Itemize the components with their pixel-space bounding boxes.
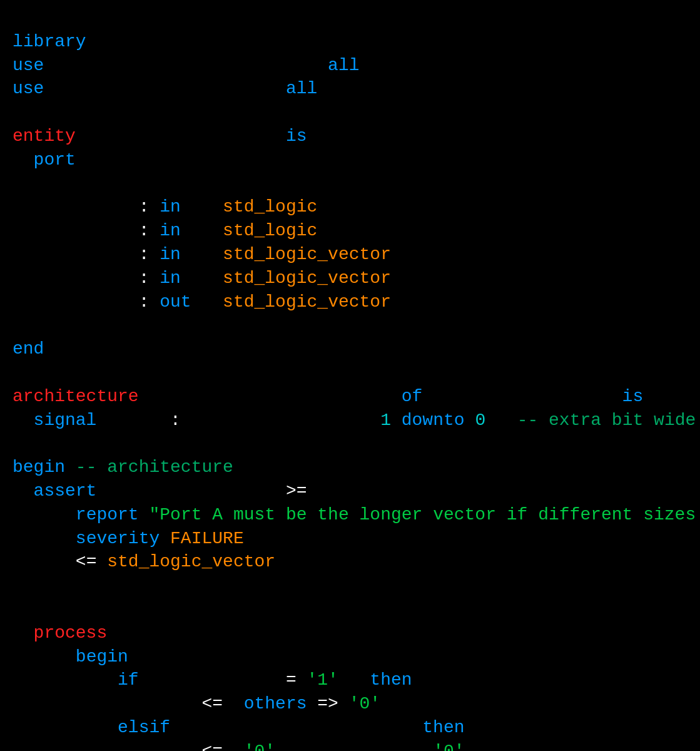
code-editor: library use all use all entity is port :… <box>13 6 687 751</box>
